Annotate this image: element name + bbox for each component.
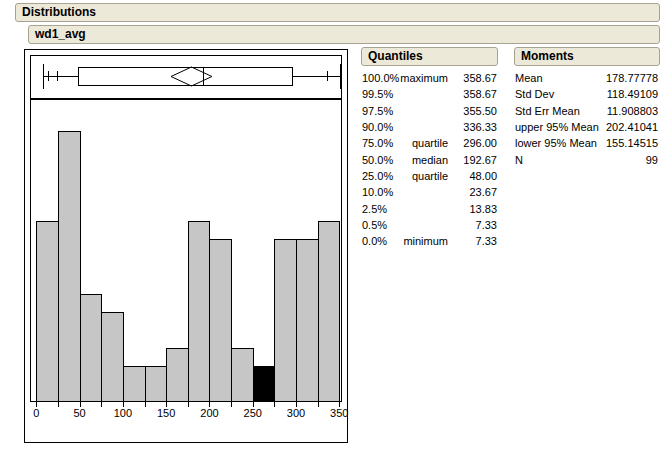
x-axis-label: 100 xyxy=(114,408,132,419)
moment-row: upper 95% Mean202.41041 xyxy=(515,119,658,135)
x-axis-tick xyxy=(188,402,189,407)
quantile-pct: 50.0% xyxy=(362,152,393,168)
quantile-row: 90.0%336.33 xyxy=(361,119,498,135)
quantile-label: minimum xyxy=(403,233,448,249)
quantile-value: 358.67 xyxy=(463,86,497,102)
histogram-bar[interactable] xyxy=(58,131,81,402)
x-axis-label: 150 xyxy=(157,408,175,419)
quantile-row: 0.0%minimum7.33 xyxy=(361,233,498,249)
quantile-row: 100.0%maximum358.67 xyxy=(361,70,498,86)
outline-title-distributions[interactable]: Distributions xyxy=(15,3,660,22)
quantile-label: maximum xyxy=(400,70,448,86)
quantile-row: 10.0%23.67 xyxy=(361,184,498,200)
quantile-pct: 0.5% xyxy=(362,217,387,233)
moment-row: lower 95% Mean155.14515 xyxy=(515,135,658,151)
moment-label: upper 95% Mean xyxy=(515,119,599,135)
quantile-pct: 75.0% xyxy=(362,135,393,151)
quantile-label: median xyxy=(412,152,448,168)
histogram-bar[interactable] xyxy=(318,221,341,402)
x-axis-tick xyxy=(274,402,275,407)
moment-value: 178.77778 xyxy=(606,70,658,86)
quantile-pct: 97.5% xyxy=(362,103,393,119)
moment-value: 11.908803 xyxy=(607,103,658,119)
quantile-pct: 99.5% xyxy=(362,86,393,102)
quantile-label: quartile xyxy=(412,135,448,151)
quantile-value: 7.33 xyxy=(476,217,497,233)
quantile-row: 50.0%median192.67 xyxy=(361,152,498,168)
histogram-bar[interactable] xyxy=(166,348,189,402)
histogram-bar[interactable] xyxy=(123,366,146,402)
moment-label: lower 95% Mean xyxy=(515,135,597,151)
moment-label: Std Dev xyxy=(515,86,554,102)
quantile-value: 13.83 xyxy=(469,201,497,217)
quantile-pct: 25.0% xyxy=(362,168,393,184)
quantile-row: 25.0%quartile48.00 xyxy=(361,168,498,184)
boxplot-cap-min xyxy=(43,64,44,89)
x-axis-label: 200 xyxy=(200,408,218,419)
outline-title-moments[interactable]: Moments xyxy=(514,47,660,66)
quantile-pct: 90.0% xyxy=(362,119,393,135)
quantile-row: 99.5%358.67 xyxy=(361,86,498,102)
outline-title-quantiles[interactable]: Quantiles xyxy=(361,47,498,66)
quantile-pct: 2.5% xyxy=(362,201,387,217)
quantile-row: 0.5%7.33 xyxy=(361,217,498,233)
quantile-value: 23.67 xyxy=(469,184,497,200)
x-axis-tick xyxy=(58,402,59,407)
boxplot-tick-p10 xyxy=(57,71,58,81)
histogram-bar[interactable] xyxy=(101,312,124,402)
boxplot-whisker-right xyxy=(293,76,340,77)
variable-title-label: wd1_avg xyxy=(35,27,86,41)
outline-title-variable[interactable]: wd1_avg xyxy=(28,25,660,44)
quantile-value: 296.00 xyxy=(463,135,497,151)
quantile-value: 336.33 xyxy=(463,119,497,135)
x-axis-tick xyxy=(231,402,232,407)
moments-table: Mean178.77778Std Dev118.49109Std Err Mea… xyxy=(515,70,658,170)
boxplot-mean-diamond xyxy=(171,67,212,86)
moment-row: N99 xyxy=(515,152,658,168)
boxplot-tick-p90 xyxy=(327,71,328,81)
histogram-bar[interactable] xyxy=(296,239,319,402)
moment-label: Mean xyxy=(515,70,543,86)
graph-panel: 050100150200250300350 xyxy=(24,49,348,443)
x-axis-tick xyxy=(145,402,146,407)
moment-row: Mean178.77778 xyxy=(515,70,658,86)
x-axis-label: 0 xyxy=(33,408,39,419)
quantile-value: 192.67 xyxy=(463,152,497,168)
quantile-label: quartile xyxy=(412,168,448,184)
quantile-row: 97.5%355.50 xyxy=(361,103,498,119)
quantile-pct: 0.0% xyxy=(362,233,387,249)
quantile-pct: 10.0% xyxy=(362,184,393,200)
boxplot-tick-p2-5 xyxy=(48,71,49,81)
quantiles-table: 100.0%maximum358.6799.5%358.6797.5%355.5… xyxy=(361,70,498,250)
moment-value: 99 xyxy=(646,152,658,168)
moment-label: Std Err Mean xyxy=(515,103,580,119)
histogram-bar[interactable] xyxy=(188,221,211,402)
histogram-bar[interactable] xyxy=(36,221,59,402)
quantile-value: 48.00 xyxy=(469,168,497,184)
x-axis-label: 350 xyxy=(330,408,348,419)
histogram-bar[interactable] xyxy=(209,239,232,402)
moments-title-label: Moments xyxy=(521,49,574,63)
histogram-bar-selected[interactable] xyxy=(253,366,276,402)
moment-row: Std Dev118.49109 xyxy=(515,86,658,102)
boxplot-cap-max xyxy=(340,64,341,89)
moment-row: Std Err Mean11.908803 xyxy=(515,103,658,119)
histogram-bar[interactable] xyxy=(80,294,103,402)
histogram-bar[interactable] xyxy=(231,348,254,402)
distributions-title-label: Distributions xyxy=(22,5,96,19)
quantile-pct: 100.0% xyxy=(362,70,399,86)
histogram-bar[interactable] xyxy=(145,366,168,402)
x-axis-label: 300 xyxy=(287,408,305,419)
x-axis-tick xyxy=(101,402,102,407)
moment-value: 118.49109 xyxy=(607,86,658,102)
quantile-value: 7.33 xyxy=(476,233,497,249)
x-axis-label: 250 xyxy=(244,408,262,419)
quantile-value: 358.67 xyxy=(463,70,497,86)
quantile-value: 355.50 xyxy=(463,103,497,119)
x-axis-tick xyxy=(318,402,319,407)
moment-value: 202.41041 xyxy=(606,119,658,135)
moment-label: N xyxy=(515,152,523,168)
quantiles-title-label: Quantiles xyxy=(368,49,423,63)
histogram-bar[interactable] xyxy=(274,239,297,402)
moment-value: 155.14515 xyxy=(606,135,658,151)
